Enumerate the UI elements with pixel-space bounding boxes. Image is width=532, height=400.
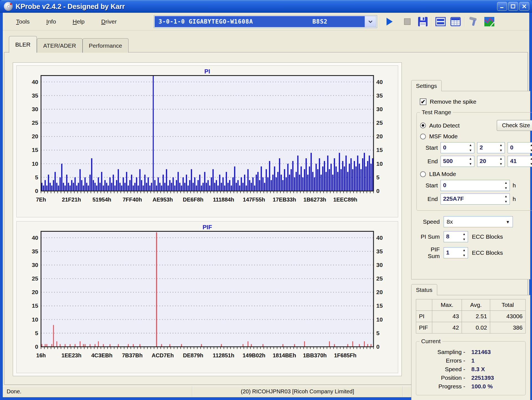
spin-down-icon[interactable]: ▼	[461, 253, 468, 258]
spin-down-icon[interactable]: ▼	[497, 148, 505, 153]
chevron-down-icon	[368, 20, 373, 23]
menu-toolbar: Tools Info Help Driver 3-0-1-0 GIGABYTEG…	[3, 13, 529, 30]
tab-bler[interactable]: BLER	[9, 36, 37, 53]
drive-selector-value: 3-0-1-0 GIGABYTEGO-W1608A B8S2	[155, 16, 365, 27]
app-window: KProbe v2.4.2 - Designed by Karr Tools I…	[0, 0, 532, 400]
table-row: PIF 42 0.02 386	[416, 322, 526, 333]
list-item: Sampling 121463	[420, 349, 522, 355]
col-avg: Avg.	[462, 299, 490, 311]
settings-panel-tab[interactable]: Settings	[411, 80, 442, 91]
spin-up-icon[interactable]: ▲	[461, 248, 468, 253]
spin-up-icon[interactable]: ▲	[528, 156, 532, 161]
spin-up-icon[interactable]: ▲	[467, 142, 474, 148]
msf-end-min-spinner[interactable]: 500 ▲▼	[441, 156, 474, 167]
tools-button[interactable]	[467, 15, 480, 28]
msf-end-sec-spinner[interactable]: 20 ▲▼	[477, 156, 505, 167]
spin-down-icon[interactable]: ▼	[528, 161, 532, 167]
spin-up-icon[interactable]: ▲	[502, 194, 510, 199]
lba-start-spinner[interactable]: 0 ▲▼	[441, 180, 510, 191]
svg-text:0: 0	[376, 188, 380, 194]
start-scan-button[interactable]	[383, 15, 396, 28]
speed-current-value: 8.3 X	[471, 366, 485, 373]
svg-text:1814BEh: 1814BEh	[273, 352, 296, 358]
title-bar[interactable]: KProbe v2.4.2 - Designed by Karr	[0, 0, 532, 13]
pif-sum-spinner[interactable]: 1 ▲▼	[444, 247, 468, 258]
lba-start-label: Start	[420, 182, 438, 189]
lba-mode-radio[interactable]	[420, 171, 426, 177]
drive-selector[interactable]: 3-0-1-0 GIGABYTEGO-W1608A B8S2	[154, 15, 377, 28]
tab-performance[interactable]: Performance	[83, 38, 129, 53]
svg-text:40: 40	[32, 79, 38, 85]
msf-start-frame-spinner[interactable]: 0 ▲▼	[508, 142, 532, 153]
spin-up-icon[interactable]: ▲	[461, 231, 468, 237]
msf-start-sec-spinner[interactable]: 2 ▲▼	[477, 142, 505, 153]
save-button[interactable]	[416, 15, 429, 28]
list-item: Progress 100.0 %	[420, 383, 522, 390]
menu-info[interactable]: Info	[45, 17, 58, 26]
pi-chart-plot: 005510101515202025253030353540407Eh21F21…	[17, 75, 398, 206]
spin-down-icon[interactable]: ▼	[467, 161, 474, 167]
msf-start-min-spinner[interactable]: 0 ▲▼	[441, 142, 474, 153]
spin-down-icon[interactable]: ▼	[502, 185, 510, 191]
current-group: Current Sampling 121463 Errors 1 Speed 8	[416, 338, 526, 395]
menu-driver[interactable]: Driver	[99, 17, 118, 26]
speed-label: Speed	[418, 218, 440, 225]
pif-row-label: PIF	[416, 322, 432, 333]
spin-up-icon[interactable]: ▲	[528, 142, 532, 148]
spin-down-icon[interactable]: ▼	[497, 161, 505, 167]
tab-ater-ader[interactable]: ATER/ADER	[37, 38, 83, 53]
spin-down-icon[interactable]: ▼	[467, 148, 474, 153]
pi-total: 43006	[490, 311, 525, 322]
show-graph-button[interactable]	[483, 15, 496, 28]
graph-icon	[484, 16, 495, 27]
menu-help[interactable]: Help	[71, 17, 86, 26]
svg-text:1B6273h: 1B6273h	[303, 197, 326, 203]
spin-up-icon[interactable]: ▲	[502, 180, 510, 185]
remove-spike-checkbox[interactable]: ✔	[420, 98, 426, 105]
menu-tools[interactable]: Tools	[14, 17, 31, 26]
pi-sum-spinner[interactable]: 8 ▲▼	[444, 231, 468, 242]
svg-text:35: 35	[32, 248, 39, 254]
view-split-charts-button[interactable]	[434, 15, 447, 28]
status-panel: Max. Avg. Total PI 43 2.51 43006 PIF 42 …	[411, 295, 530, 400]
pi-max: 43	[432, 311, 462, 322]
pif-max: 42	[432, 322, 462, 333]
pi-avg: 2.51	[462, 311, 490, 322]
spin-down-icon[interactable]: ▼	[461, 237, 468, 242]
close-button[interactable]	[519, 2, 529, 11]
progress-value: 100.0 %	[471, 383, 493, 390]
speed-dropdown[interactable]: 8x ▼	[444, 216, 513, 227]
svg-text:35: 35	[376, 92, 383, 99]
save-icon	[418, 16, 428, 27]
msf-end-frame-spinner[interactable]: 41 ▲▼	[508, 156, 532, 167]
svg-text:ACD7Eh: ACD7Eh	[152, 352, 174, 358]
msf-mode-radio[interactable]	[420, 134, 426, 139]
status-panel-tab[interactable]: Status	[411, 284, 437, 295]
svg-text:10: 10	[376, 160, 383, 167]
svg-text:4C3EBh: 4C3EBh	[91, 352, 112, 358]
spin-down-icon[interactable]: ▼	[502, 199, 510, 204]
spin-down-icon[interactable]: ▼	[528, 148, 532, 153]
stop-scan-button[interactable]	[401, 15, 414, 28]
svg-text:0: 0	[35, 343, 38, 350]
spin-up-icon[interactable]: ▲	[497, 156, 505, 161]
maximize-button[interactable]	[508, 2, 518, 11]
svg-text:1EE23h: 1EE23h	[62, 352, 81, 358]
pif-chart-box: PIF 0055101015152020252530303535404016h1…	[16, 221, 398, 373]
view-table-button[interactable]	[449, 15, 462, 28]
auto-detect-radio[interactable]	[420, 123, 426, 128]
drive-selector-arrow[interactable]	[365, 16, 376, 27]
lba-start-hex-suffix: h	[513, 182, 516, 189]
svg-text:10: 10	[376, 316, 383, 323]
position-label: Position	[420, 374, 465, 381]
tools-icon	[468, 16, 479, 27]
svg-text:15: 15	[32, 302, 39, 309]
svg-text:5: 5	[376, 174, 380, 180]
spin-up-icon[interactable]: ▲	[467, 156, 474, 161]
lba-end-spinner[interactable]: 225A7F ▲▼	[441, 193, 510, 205]
table-row: PI 43 2.51 43006	[416, 311, 526, 322]
window-title: KProbe v2.4.2 - Designed by Karr	[16, 2, 125, 11]
spin-up-icon[interactable]: ▲	[497, 142, 505, 148]
check-size-button[interactable]: Check Size	[497, 120, 532, 131]
minimize-button[interactable]	[497, 2, 507, 11]
